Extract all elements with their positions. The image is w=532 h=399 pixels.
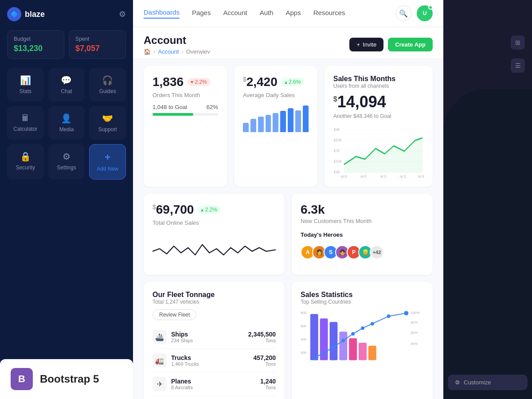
svg-text:$24K: $24K [334, 127, 340, 132]
goal-text: 1,048 to Goal [153, 104, 187, 110]
heroes-section: Today's Heroes A 👩 S 👧 P 👱 +42 [301, 231, 424, 259]
fleet-row-ships: 🚢 Ships 234 Ships 2,345,500 Tons [153, 325, 276, 349]
tab-pages[interactable]: Pages [192, 9, 211, 18]
logo-area: 🔷 blaze [7, 7, 45, 21]
sidebar-item-media[interactable]: 👤 Media [48, 106, 85, 140]
ships-icon: 🚢 [153, 330, 167, 344]
breadcrumb-account[interactable]: Account [158, 48, 179, 55]
media-label: Media [59, 126, 74, 133]
tab-apps[interactable]: Apps [286, 9, 301, 18]
sidebar-item-settings[interactable]: ⚙ Settings [48, 144, 85, 180]
fleet-table: 🚢 Ships 234 Ships 2,345,500 Tons [153, 325, 276, 399]
daily-sales-badge: ▴ 2.6% [281, 78, 305, 86]
invite-button[interactable]: + Invite [349, 38, 383, 51]
online-sales-header: $69,700 ▴ 2.2% [153, 203, 276, 217]
budget-value: $13,230 [14, 44, 58, 53]
sidebar-item-security[interactable]: 🔒 Security [7, 144, 44, 180]
orders-badge: ▾ 2.2% [187, 78, 211, 86]
trucks-unit: Tons [253, 361, 276, 367]
customize-bar[interactable]: ⚙ Customize [448, 375, 528, 390]
sidebar-item-support[interactable]: 🤝 Support [89, 106, 126, 140]
chat-label: Chat [61, 88, 72, 94]
sales-line-chart: $24K $20.5K $17K $13.5K $10K [333, 125, 424, 178]
top-nav-links: Dashboards Pages Account Auth Apps Resou… [144, 8, 345, 19]
sales-stats-title: Sales Statistics [301, 291, 424, 299]
svg-text:Apr 07: Apr 07 [360, 175, 367, 178]
calculator-icon: 🖩 [21, 113, 30, 123]
ships-sub: 234 Ships [171, 338, 193, 343]
svg-text:Apr 10: Apr 10 [380, 175, 386, 178]
svg-text:$13.5K: $13.5K [334, 159, 342, 164]
fleet-subtitle: Total 1,247 vehicles [153, 299, 276, 305]
svg-point-32 [361, 326, 364, 330]
sidebar-item-chat[interactable]: 💬 Chat [48, 68, 85, 102]
tab-auth[interactable]: Auth [260, 9, 274, 18]
svg-text:80%: 80% [411, 321, 418, 325]
planes-name: Planes [171, 378, 193, 385]
planes-icon: ✈ [153, 377, 167, 391]
spent-card: Spent $7,057 [69, 30, 126, 59]
create-app-button[interactable]: Create App [388, 38, 433, 51]
bar-5 [273, 113, 278, 132]
svg-marker-10 [344, 138, 422, 172]
tab-account[interactable]: Account [223, 9, 247, 18]
search-button[interactable]: 🔍 [395, 5, 411, 21]
breadcrumb-home[interactable]: 🏠 [144, 48, 151, 55]
stats-icon: 📊 [20, 75, 31, 86]
heroes-title: Today's Heroes [301, 231, 424, 238]
media-icon: 👤 [61, 113, 72, 124]
bootstrap-badge: B Bootstrap 5 [0, 359, 133, 399]
page-title: Account [144, 34, 210, 47]
calculator-label: Calculator [13, 126, 37, 132]
svg-text:Apr 16: Apr 16 [418, 175, 424, 178]
right-panel: ⊞ ☰ ⚙ Customize [443, 0, 532, 399]
orders-value: 1,836 [153, 75, 184, 89]
bar-8 [295, 110, 301, 132]
sales-month-card: Sales This Months Users from all channel… [325, 66, 433, 187]
sidebar-settings-icon[interactable]: ⚙ [119, 9, 126, 19]
daily-sales-value: $2,420 [243, 75, 278, 89]
trucks-value: 457,200 [253, 354, 276, 361]
sidebar: 🔷 blaze ⚙ Budget $13,230 Spent $7,057 📊 … [0, 0, 133, 399]
page-title-area: Account 🏠 › Account › Overwiev [144, 34, 210, 55]
page-header: Account 🏠 › Account › Overwiev + Invite … [133, 27, 443, 59]
panel-grid-icon[interactable]: ⊞ [511, 35, 525, 50]
panel-blob [443, 89, 532, 399]
review-fleet-button[interactable]: Review Fleet [153, 309, 196, 320]
sidebar-item-stats[interactable]: 📊 Stats [7, 68, 44, 102]
sidebar-item-guides[interactable]: 🎧 Guides [89, 68, 126, 102]
bar-6 [280, 111, 286, 132]
support-icon: 🤝 [102, 113, 113, 124]
svg-text:$17K: $17K [334, 149, 340, 153]
tab-dashboards[interactable]: Dashboards [144, 8, 180, 19]
bootstrap-icon: B [11, 368, 33, 390]
panel-list-icon[interactable]: ☰ [511, 59, 525, 73]
budget-card: Budget $13,230 [7, 30, 64, 59]
orders-header: 1,836 ▾ 2.2% [153, 75, 218, 89]
user-avatar[interactable]: U [417, 5, 433, 21]
svg-point-27 [313, 356, 316, 360]
goal-pct: 62% [207, 104, 218, 110]
svg-text:100%: 100% [411, 311, 419, 315]
svg-text:200: 200 [301, 351, 307, 355]
svg-rect-20 [310, 314, 318, 360]
daily-sales-label: Average Daily Sales [243, 92, 309, 98]
svg-text:400: 400 [301, 337, 307, 341]
stats-row: 1,836 ▾ 2.2% Orders This Month 1,048 to … [144, 66, 433, 187]
bar-3 [258, 117, 264, 132]
fleet-row-planes: ✈ Planes 8 Aircrafts 1,240 Tons [153, 372, 276, 396]
svg-point-33 [371, 322, 374, 325]
sidebar-item-add-new[interactable]: + Add New [89, 144, 126, 180]
sales-month-title: Sales This Months [333, 75, 424, 83]
main-content: Dashboards Pages Account Auth Apps Resou… [133, 0, 443, 399]
tab-resources[interactable]: Resources [313, 9, 345, 18]
online-sales-card: $69,700 ▴ 2.2% Total Online Sales [144, 194, 285, 275]
svg-point-29 [332, 345, 335, 349]
svg-text:Apr 04: Apr 04 [341, 175, 347, 178]
sales-month-sub: Users from all channels [333, 83, 424, 89]
svg-text:60%: 60% [411, 331, 418, 335]
fleet-title: Our Fleet Tonnage [153, 291, 276, 299]
stats-label: Stats [20, 88, 31, 94]
svg-point-30 [341, 339, 345, 342]
sidebar-item-calculator[interactable]: 🖩 Calculator [7, 106, 44, 140]
